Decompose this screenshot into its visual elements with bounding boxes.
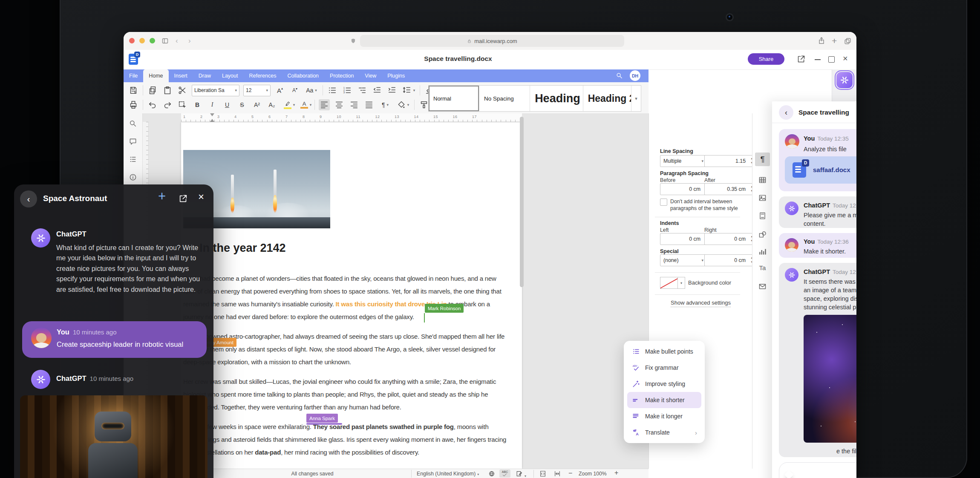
- tab-file[interactable]: File: [124, 69, 143, 82]
- fit-width-icon[interactable]: [554, 470, 561, 478]
- menu-item-bullet-points[interactable]: Make bullet points: [627, 343, 701, 360]
- line-spacing-value[interactable]: 1.15▴▾: [704, 155, 755, 167]
- horizontal-ruler[interactable]: 1 2 3 4 5 6 7 8 9 10 11 12 13 14 15 16 1…: [181, 113, 522, 122]
- paragraph-fill-icon[interactable]: ▾: [396, 99, 410, 110]
- font-color-icon[interactable]: A▾: [298, 99, 311, 110]
- change-case-icon[interactable]: Aa▾: [304, 85, 319, 96]
- cut-icon[interactable]: [177, 85, 188, 96]
- bold-icon[interactable]: B: [192, 99, 203, 110]
- paragraph-settings-icon[interactable]: ¶: [755, 153, 770, 166]
- open-in-new-icon[interactable]: [797, 55, 806, 65]
- space-image[interactable]: [804, 315, 856, 443]
- numbered-list-icon[interactable]: 123: [342, 85, 353, 96]
- menu-item-fix-grammar[interactable]: abcFix grammar: [627, 360, 701, 376]
- undo-icon[interactable]: [147, 99, 158, 110]
- share-button[interactable]: Share: [748, 53, 784, 65]
- new-tab-icon[interactable]: +: [832, 36, 837, 46]
- minimize-icon[interactable]: [815, 59, 821, 60]
- user-initials-avatar[interactable]: DH: [630, 70, 640, 81]
- decrease-font-icon[interactable]: A▾: [289, 85, 300, 96]
- font-name-select[interactable]: Liberation Sa▾: [192, 85, 239, 96]
- bullet-list-icon[interactable]: [327, 85, 338, 96]
- panel-new-icon[interactable]: +: [158, 189, 166, 204]
- traffic-light-minimize[interactable]: [139, 38, 145, 43]
- indent-right-input[interactable]: 0 cm▴▾: [704, 233, 755, 245]
- close-window-icon[interactable]: ×: [843, 54, 848, 63]
- forward-icon[interactable]: ›: [188, 37, 191, 45]
- tab-draw[interactable]: Draw: [193, 69, 216, 82]
- styles-gallery-expand[interactable]: ▾: [631, 86, 641, 111]
- doc-paragraph-1[interactable]: Earth had become a planet of wonders—cit…: [183, 272, 508, 323]
- app-logo-icon[interactable]: D: [129, 54, 138, 65]
- strikethrough-icon[interactable]: S: [236, 99, 248, 110]
- multilevel-list-icon[interactable]: [357, 85, 368, 96]
- paste-icon[interactable]: [162, 85, 173, 96]
- decrease-indent-icon[interactable]: [372, 85, 383, 96]
- tab-protection[interactable]: Protection: [324, 69, 359, 82]
- special-amount-input[interactable]: 0 cm▴▾: [704, 254, 755, 266]
- style-normal[interactable]: Normal: [429, 86, 479, 111]
- interval-checkbox[interactable]: [660, 199, 667, 206]
- robot-image[interactable]: [20, 395, 208, 478]
- no-color-swatch[interactable]: [660, 277, 678, 289]
- search-icon[interactable]: [616, 72, 623, 81]
- spacing-before-input[interactable]: 0 cm▴▾: [660, 183, 709, 195]
- zoom-in-icon[interactable]: +: [614, 469, 618, 477]
- panel-open-window-icon[interactable]: [179, 194, 188, 205]
- tab-layout[interactable]: Layout: [216, 69, 244, 82]
- highlight-color-icon[interactable]: ▾: [281, 99, 294, 110]
- line-spacing-select[interactable]: Multiple▾: [660, 155, 707, 167]
- menu-item-improve-styling[interactable]: Improve styling: [627, 376, 701, 392]
- tabs-overview-icon[interactable]: [844, 37, 852, 47]
- traffic-light-close[interactable]: [129, 38, 135, 43]
- doc-paragraph-2[interactable]: Iris, a renowned astro-cartographer, had…: [183, 330, 508, 369]
- style-heading2[interactable]: Heading 2: [583, 86, 632, 111]
- tab-collaboration[interactable]: Collaboration: [282, 69, 324, 82]
- redo-icon[interactable]: [162, 99, 173, 110]
- panel-close-icon[interactable]: ×: [198, 191, 204, 203]
- underline-icon[interactable]: U: [222, 99, 233, 110]
- header-footer-settings-icon[interactable]: [755, 209, 770, 222]
- style-no-spacing[interactable]: No Spacing: [479, 86, 530, 111]
- feedback-icon[interactable]: [129, 173, 137, 183]
- menu-item-make-shorter[interactable]: Make it shorter: [627, 392, 701, 408]
- advanced-settings-link[interactable]: Show advanced settings: [649, 299, 752, 306]
- doc-body[interactable]: Earth had become a planet of wonders—cit…: [183, 272, 508, 466]
- select-tool-icon[interactable]: [177, 99, 188, 110]
- save-icon[interactable]: [128, 85, 139, 96]
- shield-icon[interactable]: [350, 37, 356, 46]
- left-indent-marker[interactable]: [210, 119, 214, 122]
- doc-heading[interactable]: In the year 2142: [199, 242, 524, 255]
- text-art-settings-icon[interactable]: Ta: [755, 261, 770, 274]
- spacing-after-input[interactable]: 0.35 cm▴▾: [704, 183, 755, 195]
- special-select[interactable]: (none)▾: [660, 254, 707, 266]
- tab-plugins[interactable]: Plugins: [382, 69, 410, 82]
- style-heading1[interactable]: Heading 1: [530, 86, 583, 111]
- tab-view[interactable]: View: [359, 69, 382, 82]
- align-right-icon[interactable]: [349, 99, 360, 110]
- align-center-icon[interactable]: [334, 99, 345, 110]
- tab-insert[interactable]: Insert: [169, 69, 193, 82]
- doc-paragraph-4[interactable]: The first few weeks in space were exhila…: [183, 420, 508, 459]
- file-attachment-card[interactable]: D saffaaf.docx: [785, 156, 856, 184]
- panel-back-icon[interactable]: ‹: [20, 190, 37, 207]
- justify-icon[interactable]: [363, 99, 375, 110]
- back-icon[interactable]: ‹: [176, 37, 178, 45]
- color-dropdown-icon[interactable]: ▾: [678, 277, 685, 289]
- doc-paragraph-3[interactable]: Her crew was small but skilled—Lucas, th…: [183, 375, 508, 414]
- copy-icon[interactable]: [147, 85, 158, 96]
- language-select[interactable]: English (United Kingdom)▾: [417, 471, 479, 477]
- indent-left-input[interactable]: 0 cm▴▾: [660, 233, 709, 245]
- superscript-icon[interactable]: A²: [251, 99, 262, 110]
- line-spacing-icon[interactable]: ▾: [401, 85, 416, 96]
- chart-settings-icon[interactable]: [755, 245, 770, 258]
- browser-share-icon[interactable]: [817, 36, 826, 47]
- italic-icon[interactable]: I: [207, 99, 218, 110]
- tab-references[interactable]: References: [243, 69, 282, 82]
- document-scrollbar[interactable]: [520, 117, 524, 287]
- menu-item-translate[interactable]: ATranslate›: [627, 424, 701, 441]
- find-icon[interactable]: [129, 119, 137, 130]
- sidebar-icon[interactable]: [161, 37, 169, 46]
- increase-indent-icon[interactable]: [386, 85, 398, 96]
- subscript-icon[interactable]: A₂: [266, 99, 277, 110]
